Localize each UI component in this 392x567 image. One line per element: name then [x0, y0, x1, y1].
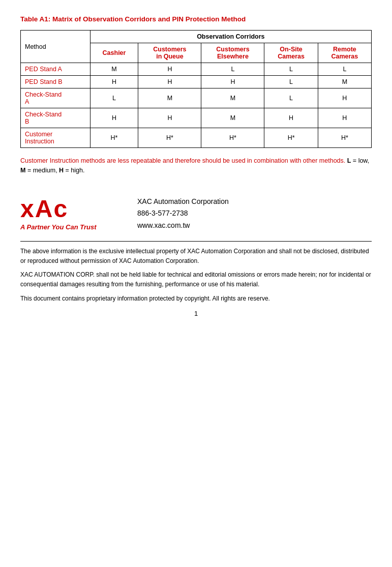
row-method: Check-StandA: [21, 88, 91, 108]
row-cashier: H*: [90, 128, 138, 148]
row-cust-queue: H: [138, 108, 201, 128]
cashier-col-header: Cashier: [90, 43, 138, 63]
row-onsite: L: [264, 88, 318, 108]
row-cashier: L: [90, 88, 138, 108]
logo-tagline: A Partner You Can Trust: [20, 223, 122, 231]
page-title: Table A1: Matrix of Observation Corridor…: [20, 15, 372, 23]
method-header: Method: [21, 31, 91, 63]
row-remote: M: [318, 76, 371, 88]
row-method: CustomerInstruction: [21, 128, 91, 148]
row-remote: H: [318, 88, 371, 108]
cust-queue-col-header: Customersin Queue: [138, 43, 201, 63]
row-onsite: L: [264, 63, 318, 76]
legal-text-2: XAC AUTOMATION CORP. shall not be held l…: [20, 270, 372, 289]
row-cust-queue: H*: [138, 128, 201, 148]
row-cashier: H: [90, 76, 138, 88]
divider: [20, 241, 372, 242]
company-name: XAC Automation Corporation: [137, 196, 229, 208]
legal-text-1: The above information is the exclusive i…: [20, 247, 372, 266]
row-cashier: H: [90, 108, 138, 128]
row-cust-queue: H: [138, 63, 201, 76]
logo-xac: xAc: [20, 197, 122, 221]
legal-text-3: This document contains proprietary infor…: [20, 294, 372, 304]
row-onsite: L: [264, 76, 318, 88]
row-remote: H*: [318, 128, 371, 148]
remote-cam-col-header: RemoteCameras: [318, 43, 371, 63]
row-remote: H: [318, 108, 371, 128]
row-onsite: H: [264, 108, 318, 128]
website: www.xac.com.tw: [137, 220, 229, 232]
page-number: 1: [20, 310, 372, 317]
table-row: PED Stand A M H L L L: [21, 63, 372, 76]
onsite-cam-col-header: On-SiteCameras: [264, 43, 318, 63]
row-cashier: M: [90, 63, 138, 76]
row-cust-queue: M: [138, 88, 201, 108]
table-note: Customer Instruction methods are less re…: [20, 156, 372, 175]
row-cust-elsewhere: H*: [201, 128, 264, 148]
table-row: Check-StandB H H M H H: [21, 108, 372, 128]
row-cust-elsewhere: L: [201, 63, 264, 76]
row-remote: L: [318, 63, 371, 76]
row-method: PED Stand B: [21, 76, 91, 88]
observation-table: Method Observation Corridors Cashier Cus…: [20, 30, 372, 148]
table-row: PED Stand B H H H L M: [21, 76, 372, 88]
row-cust-elsewhere: M: [201, 88, 264, 108]
row-cust-elsewhere: H: [201, 76, 264, 88]
logo-contact-section: xAc A Partner You Can Trust XAC Automati…: [20, 196, 372, 232]
row-onsite: H*: [264, 128, 318, 148]
contact-info: XAC Automation Corporation 886-3-577-273…: [137, 196, 229, 232]
row-method: Check-StandB: [21, 108, 91, 128]
obs-corridors-header: Observation Corridors: [90, 31, 371, 43]
logo-box: xAc A Partner You Can Trust: [20, 197, 122, 231]
row-cust-queue: H: [138, 76, 201, 88]
row-cust-elsewhere: M: [201, 108, 264, 128]
table-row: CustomerInstruction H* H* H* H* H*: [21, 128, 372, 148]
phone-number: 886-3-577-2738: [137, 207, 229, 220]
row-method: PED Stand A: [21, 63, 91, 76]
footer: xAc A Partner You Can Trust XAC Automati…: [20, 196, 372, 317]
cust-elsewhere-col-header: CustomersElsewhere: [201, 43, 264, 63]
table-row: Check-StandA L M M L H: [21, 88, 372, 108]
note-main: Customer Instruction methods are less re…: [20, 157, 345, 164]
